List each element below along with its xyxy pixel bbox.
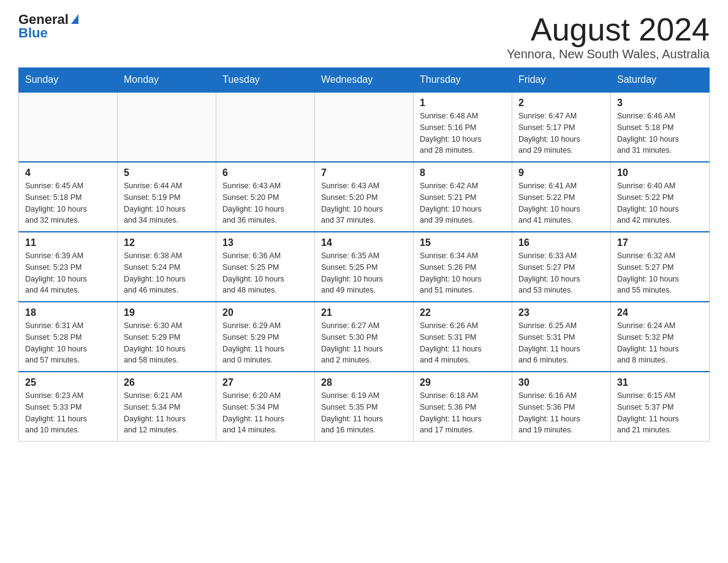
day-info: Sunrise: 6:24 AM Sunset: 5:32 PM Dayligh…: [617, 320, 703, 366]
calendar-cell: 13Sunrise: 6:36 AM Sunset: 5:25 PM Dayli…: [216, 232, 315, 302]
day-number: 4: [25, 167, 111, 178]
day-number: 23: [518, 307, 604, 318]
day-info: Sunrise: 6:36 AM Sunset: 5:25 PM Dayligh…: [222, 250, 308, 296]
day-number: 5: [124, 167, 210, 178]
day-number: 25: [25, 377, 111, 388]
calendar-cell: 4Sunrise: 6:45 AM Sunset: 5:18 PM Daylig…: [19, 162, 118, 232]
day-number: 31: [617, 377, 703, 388]
col-header-monday: Monday: [118, 68, 216, 93]
week-row-2: 4Sunrise: 6:45 AM Sunset: 5:18 PM Daylig…: [19, 162, 710, 232]
day-info: Sunrise: 6:44 AM Sunset: 5:19 PM Dayligh…: [124, 180, 210, 226]
calendar-cell: 12Sunrise: 6:38 AM Sunset: 5:24 PM Dayli…: [118, 232, 216, 302]
day-number: 21: [321, 307, 407, 318]
day-number: 20: [222, 307, 308, 318]
day-info: Sunrise: 6:26 AM Sunset: 5:31 PM Dayligh…: [420, 320, 506, 366]
day-number: 30: [518, 377, 604, 388]
day-info: Sunrise: 6:45 AM Sunset: 5:18 PM Dayligh…: [25, 180, 111, 226]
week-row-5: 25Sunrise: 6:23 AM Sunset: 5:33 PM Dayli…: [19, 372, 710, 442]
day-info: Sunrise: 6:15 AM Sunset: 5:37 PM Dayligh…: [617, 390, 703, 436]
day-info: Sunrise: 6:38 AM Sunset: 5:24 PM Dayligh…: [124, 250, 210, 296]
day-info: Sunrise: 6:27 AM Sunset: 5:30 PM Dayligh…: [321, 320, 407, 366]
day-number: 2: [518, 98, 604, 109]
calendar-cell: 15Sunrise: 6:34 AM Sunset: 5:26 PM Dayli…: [414, 232, 512, 302]
calendar-cell: 26Sunrise: 6:21 AM Sunset: 5:34 PM Dayli…: [118, 372, 216, 442]
day-number: 9: [518, 167, 604, 178]
calendar-cell: 24Sunrise: 6:24 AM Sunset: 5:32 PM Dayli…: [611, 302, 710, 372]
day-info: Sunrise: 6:40 AM Sunset: 5:22 PM Dayligh…: [617, 180, 703, 226]
day-info: Sunrise: 6:30 AM Sunset: 5:29 PM Dayligh…: [124, 320, 210, 366]
day-number: 8: [420, 167, 506, 178]
day-info: Sunrise: 6:18 AM Sunset: 5:36 PM Dayligh…: [420, 390, 506, 436]
calendar-cell: 18Sunrise: 6:31 AM Sunset: 5:28 PM Dayli…: [19, 302, 118, 372]
day-info: Sunrise: 6:32 AM Sunset: 5:27 PM Dayligh…: [617, 250, 703, 296]
day-number: 28: [321, 377, 407, 388]
day-number: 16: [518, 237, 604, 248]
col-header-sunday: Sunday: [19, 68, 118, 93]
calendar-cell: 21Sunrise: 6:27 AM Sunset: 5:30 PM Dayli…: [315, 302, 414, 372]
day-number: 15: [420, 237, 506, 248]
day-number: 3: [617, 98, 703, 109]
day-info: Sunrise: 6:29 AM Sunset: 5:29 PM Dayligh…: [222, 320, 308, 366]
day-info: Sunrise: 6:43 AM Sunset: 5:20 PM Dayligh…: [222, 180, 308, 226]
col-header-wednesday: Wednesday: [315, 68, 414, 93]
calendar-cell: [19, 92, 118, 162]
page-header: General Blue August 2024 Yennora, New So…: [18, 12, 710, 61]
day-info: Sunrise: 6:20 AM Sunset: 5:34 PM Dayligh…: [222, 390, 308, 436]
day-number: 1: [420, 98, 506, 109]
calendar-cell: 16Sunrise: 6:33 AM Sunset: 5:27 PM Dayli…: [512, 232, 611, 302]
day-info: Sunrise: 6:34 AM Sunset: 5:26 PM Dayligh…: [420, 250, 506, 296]
col-header-friday: Friday: [512, 68, 611, 93]
day-number: 27: [222, 377, 308, 388]
calendar-cell: 20Sunrise: 6:29 AM Sunset: 5:29 PM Dayli…: [216, 302, 315, 372]
calendar-cell: 25Sunrise: 6:23 AM Sunset: 5:33 PM Dayli…: [19, 372, 118, 442]
day-number: 17: [617, 237, 703, 248]
title-block: August 2024 Yennora, New South Wales, Au…: [507, 12, 710, 61]
logo-triangle-icon: [71, 14, 78, 24]
day-info: Sunrise: 6:42 AM Sunset: 5:21 PM Dayligh…: [420, 180, 506, 226]
calendar-cell: 10Sunrise: 6:40 AM Sunset: 5:22 PM Dayli…: [611, 162, 710, 232]
day-number: 11: [25, 237, 111, 248]
calendar-cell: 1Sunrise: 6:48 AM Sunset: 5:16 PM Daylig…: [414, 92, 512, 162]
day-info: Sunrise: 6:33 AM Sunset: 5:27 PM Dayligh…: [518, 250, 604, 296]
day-info: Sunrise: 6:25 AM Sunset: 5:31 PM Dayligh…: [518, 320, 604, 366]
day-number: 22: [420, 307, 506, 318]
calendar-cell: 5Sunrise: 6:44 AM Sunset: 5:19 PM Daylig…: [118, 162, 216, 232]
location-title: Yennora, New South Wales, Australia: [507, 47, 710, 61]
day-info: Sunrise: 6:43 AM Sunset: 5:20 PM Dayligh…: [321, 180, 407, 226]
calendar-table: SundayMondayTuesdayWednesdayThursdayFrid…: [18, 67, 710, 442]
calendar-cell: 29Sunrise: 6:18 AM Sunset: 5:36 PM Dayli…: [414, 372, 512, 442]
day-info: Sunrise: 6:31 AM Sunset: 5:28 PM Dayligh…: [25, 320, 111, 366]
calendar-cell: 11Sunrise: 6:39 AM Sunset: 5:23 PM Dayli…: [19, 232, 118, 302]
calendar-cell: 14Sunrise: 6:35 AM Sunset: 5:25 PM Dayli…: [315, 232, 414, 302]
calendar-cell: 19Sunrise: 6:30 AM Sunset: 5:29 PM Dayli…: [118, 302, 216, 372]
logo-text-blue: Blue: [18, 26, 78, 40]
logo: General Blue: [18, 12, 78, 40]
day-number: 7: [321, 167, 407, 178]
calendar-cell: [315, 92, 414, 162]
day-info: Sunrise: 6:23 AM Sunset: 5:33 PM Dayligh…: [25, 390, 111, 436]
day-info: Sunrise: 6:41 AM Sunset: 5:22 PM Dayligh…: [518, 180, 604, 226]
day-number: 19: [124, 307, 210, 318]
month-title: August 2024: [507, 12, 710, 47]
day-number: 12: [124, 237, 210, 248]
calendar-header-row: SundayMondayTuesdayWednesdayThursdayFrid…: [19, 68, 710, 93]
calendar-cell: 27Sunrise: 6:20 AM Sunset: 5:34 PM Dayli…: [216, 372, 315, 442]
col-header-saturday: Saturday: [611, 68, 710, 93]
calendar-cell: 2Sunrise: 6:47 AM Sunset: 5:17 PM Daylig…: [512, 92, 611, 162]
day-info: Sunrise: 6:21 AM Sunset: 5:34 PM Dayligh…: [124, 390, 210, 436]
day-info: Sunrise: 6:19 AM Sunset: 5:35 PM Dayligh…: [321, 390, 407, 436]
day-number: 6: [222, 167, 308, 178]
day-number: 24: [617, 307, 703, 318]
calendar-cell: 22Sunrise: 6:26 AM Sunset: 5:31 PM Dayli…: [414, 302, 512, 372]
calendar-cell: [118, 92, 216, 162]
calendar-cell: 6Sunrise: 6:43 AM Sunset: 5:20 PM Daylig…: [216, 162, 315, 232]
week-row-1: 1Sunrise: 6:48 AM Sunset: 5:16 PM Daylig…: [19, 92, 710, 162]
day-number: 13: [222, 237, 308, 248]
day-number: 10: [617, 167, 703, 178]
day-number: 26: [124, 377, 210, 388]
day-number: 18: [25, 307, 111, 318]
day-number: 14: [321, 237, 407, 248]
calendar-cell: 23Sunrise: 6:25 AM Sunset: 5:31 PM Dayli…: [512, 302, 611, 372]
day-info: Sunrise: 6:39 AM Sunset: 5:23 PM Dayligh…: [25, 250, 111, 296]
calendar-cell: 28Sunrise: 6:19 AM Sunset: 5:35 PM Dayli…: [315, 372, 414, 442]
